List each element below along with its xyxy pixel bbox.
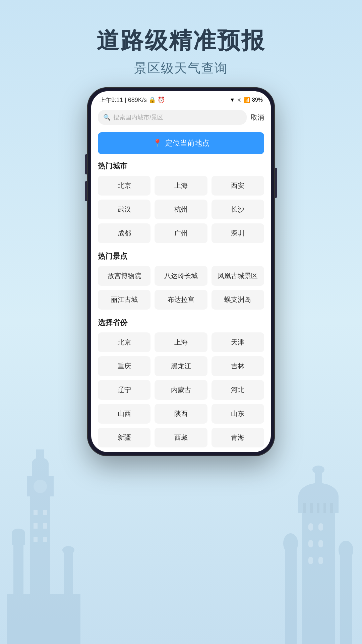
city-button[interactable]: 杭州 (155, 200, 207, 219)
city-button[interactable]: 成都 (98, 223, 150, 243)
svg-rect-37 (330, 503, 333, 513)
city-button[interactable]: 上海 (155, 176, 207, 196)
locate-button[interactable]: 📍 定位当前地点 (98, 132, 264, 154)
svg-rect-34 (310, 503, 313, 513)
province-button[interactable]: 北京 (98, 332, 150, 352)
svg-rect-18 (302, 510, 335, 644)
svg-rect-23 (285, 543, 297, 644)
province-button[interactable]: 西藏 (155, 428, 207, 447)
svg-rect-36 (323, 503, 326, 513)
province-button[interactable]: 辽宁 (98, 380, 150, 400)
province-button[interactable]: 山西 (98, 404, 150, 424)
svg-rect-35 (317, 503, 319, 513)
province-button[interactable]: 山东 (212, 404, 264, 424)
svg-rect-14 (34, 523, 38, 529)
svg-point-5 (32, 458, 49, 470)
svg-rect-30 (318, 540, 323, 547)
province-button[interactable]: 新疆 (98, 428, 150, 447)
svg-point-4 (34, 480, 47, 493)
city-button[interactable]: 长沙 (212, 200, 264, 219)
svg-rect-25 (340, 550, 352, 644)
provinces-grid: 北京上海天津重庆黑龙江吉林辽宁内蒙古河北山西陕西山东新疆西藏青海 (98, 332, 264, 447)
svg-rect-29 (308, 540, 313, 547)
svg-point-22 (312, 466, 324, 474)
svg-rect-16 (34, 537, 38, 542)
search-input-wrapper[interactable]: 🔍 搜索国内城市/景区 (98, 110, 247, 125)
province-button[interactable]: 陕西 (155, 404, 207, 424)
main-title: 道路级精准预报 (0, 27, 362, 54)
search-bar: 🔍 搜索国内城市/景区 取消 (91, 107, 271, 129)
battery-icon: 89% (252, 97, 263, 103)
status-time: 上午9:11 | 689K/s 🔒 ⏰ (99, 96, 165, 104)
wifi-icon: ▼ (230, 97, 235, 103)
svg-rect-13 (43, 510, 47, 515)
svg-rect-12 (34, 510, 38, 515)
status-icons: ▼ ✳ 📶 89% (230, 97, 263, 103)
provinces-title: 选择省份 (98, 318, 264, 328)
hot-scenic-title: 热门景点 (98, 251, 264, 261)
province-button[interactable]: 吉林 (212, 356, 264, 376)
svg-point-8 (12, 529, 25, 538)
province-button[interactable]: 青海 (212, 428, 264, 447)
locate-label: 定位当前地点 (165, 138, 209, 148)
phone-mockup: 上午9:11 | 689K/s 🔒 ⏰ ▼ ✳ 📶 89% 🔍 搜索国内城市/景… (87, 87, 275, 456)
scenic-button[interactable]: 蜈支洲岛 (212, 290, 264, 310)
city-button[interactable]: 广州 (155, 223, 207, 243)
sub-title: 景区级天气查询 (0, 60, 362, 77)
svg-rect-11 (7, 594, 80, 644)
province-button[interactable]: 黑龙江 (155, 356, 207, 376)
hot-cities-grid: 北京上海西安武汉杭州长沙成都广州深圳 (98, 176, 264, 243)
location-icon: 📍 (153, 139, 162, 148)
scroll-content: 热门城市 北京上海西安武汉杭州长沙成都广州深圳 热门景点 故宫博物院八达岭长城凤… (91, 160, 271, 452)
svg-point-10 (62, 546, 74, 554)
svg-rect-31 (308, 557, 313, 564)
city-button[interactable]: 北京 (98, 176, 150, 196)
svg-rect-32 (318, 557, 323, 564)
province-button[interactable]: 天津 (212, 332, 264, 352)
bluetooth-icon: ✳ (237, 97, 241, 103)
province-button[interactable]: 河北 (212, 380, 264, 400)
svg-rect-21 (315, 470, 322, 500)
hot-cities-title: 热门城市 (98, 161, 264, 171)
city-button[interactable]: 深圳 (212, 223, 264, 243)
svg-rect-33 (303, 503, 306, 513)
province-button[interactable]: 重庆 (98, 356, 150, 376)
svg-point-26 (339, 541, 353, 559)
province-button[interactable]: 内蒙古 (155, 380, 207, 400)
scenic-button[interactable]: 丽江古城 (98, 290, 150, 310)
status-bar: 上午9:11 | 689K/s 🔒 ⏰ ▼ ✳ 📶 89% (91, 91, 271, 107)
header-section: 道路级精准预报 景区级天气查询 (0, 0, 362, 90)
scenic-button[interactable]: 布达拉宫 (155, 290, 207, 310)
svg-rect-27 (308, 523, 313, 531)
search-placeholder: 搜索国内城市/景区 (113, 113, 163, 121)
province-button[interactable]: 上海 (155, 332, 207, 352)
hot-scenic-grid: 故宫博物院八达岭长城凤凰古城景区丽江古城布达拉宫蜈支洲岛 (98, 266, 264, 310)
svg-rect-28 (318, 523, 323, 531)
city-button[interactable]: 武汉 (98, 200, 150, 219)
cancel-button[interactable]: 取消 (251, 113, 264, 122)
svg-rect-15 (43, 523, 47, 529)
svg-rect-17 (43, 537, 47, 542)
search-icon: 🔍 (103, 114, 111, 121)
city-button[interactable]: 西安 (212, 176, 264, 196)
svg-point-24 (283, 533, 298, 553)
scenic-button[interactable]: 故宫博物院 (98, 266, 150, 286)
scenic-button[interactable]: 八达岭长城 (155, 266, 207, 286)
signal-icon: 📶 (243, 97, 250, 103)
scenic-button[interactable]: 凤凰古城景区 (212, 266, 264, 286)
